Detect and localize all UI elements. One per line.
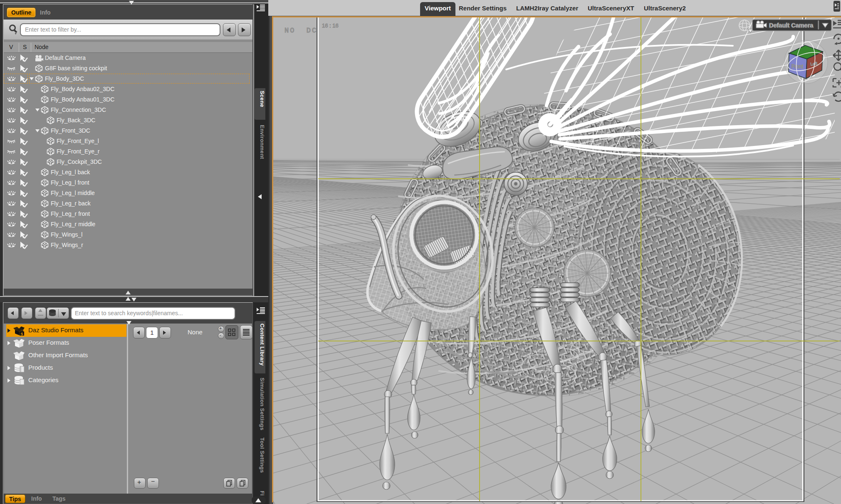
svg-text:Default Camera: Default Camera: [769, 22, 814, 29]
svg-text:16 : 16: 16 : 16: [322, 22, 339, 29]
svg-text:Front: Front: [792, 64, 804, 69]
svg-text:S: S: [20, 332, 23, 336]
svg-text:NO DC: NO DC: [284, 27, 317, 35]
